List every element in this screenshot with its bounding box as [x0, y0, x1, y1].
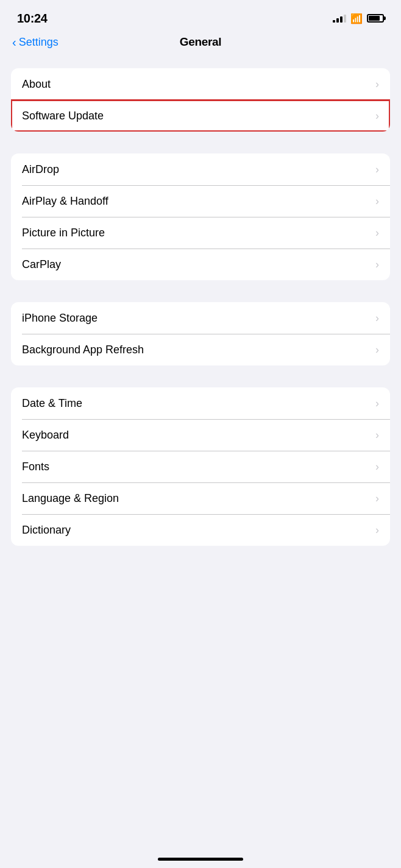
- settings-row-software-update[interactable]: Software Update ›: [11, 100, 390, 132]
- airplay-handoff-label: AirPlay & Handoff: [22, 195, 108, 208]
- settings-content: About › Software Update › AirDrop › AirP…: [0, 56, 401, 558]
- settings-group-2: AirDrop › AirPlay & Handoff › Picture in…: [11, 153, 390, 280]
- status-icons: 📶: [333, 13, 384, 24]
- keyboard-chevron-icon: ›: [375, 429, 379, 442]
- settings-row-carplay[interactable]: CarPlay ›: [11, 249, 390, 280]
- settings-row-background-app-refresh[interactable]: Background App Refresh ›: [11, 334, 390, 365]
- back-button[interactable]: ‹ Settings: [12, 36, 59, 49]
- nav-bar: ‹ Settings General: [0, 33, 401, 56]
- language-region-chevron-icon: ›: [375, 492, 379, 505]
- back-chevron-icon: ‹: [12, 36, 16, 48]
- settings-row-keyboard[interactable]: Keyboard ›: [11, 419, 390, 451]
- background-app-refresh-chevron-icon: ›: [375, 344, 379, 356]
- about-chevron-icon: ›: [375, 78, 379, 91]
- date-time-chevron-icon: ›: [375, 397, 379, 410]
- settings-group-1: About › Software Update ›: [11, 68, 390, 132]
- signal-icon: [333, 14, 346, 23]
- home-indicator: [158, 858, 243, 861]
- software-update-label: Software Update: [22, 110, 104, 122]
- fonts-chevron-icon: ›: [375, 460, 379, 473]
- carplay-label: CarPlay: [22, 258, 61, 271]
- keyboard-label: Keyboard: [22, 429, 69, 442]
- iphone-storage-label: iPhone Storage: [22, 312, 98, 325]
- wifi-icon: 📶: [350, 13, 363, 24]
- background-app-refresh-label: Background App Refresh: [22, 344, 144, 356]
- carplay-chevron-icon: ›: [375, 258, 379, 271]
- picture-in-picture-label: Picture in Picture: [22, 227, 105, 239]
- airdrop-label: AirDrop: [22, 163, 59, 176]
- settings-row-iphone-storage[interactable]: iPhone Storage ›: [11, 302, 390, 334]
- iphone-storage-chevron-icon: ›: [375, 312, 379, 325]
- language-region-label: Language & Region: [22, 492, 119, 505]
- settings-row-airplay-handoff[interactable]: AirPlay & Handoff ›: [11, 185, 390, 217]
- settings-row-language-region[interactable]: Language & Region ›: [11, 482, 390, 514]
- about-label: About: [22, 78, 51, 91]
- back-label: Settings: [19, 36, 59, 49]
- page-title: General: [180, 35, 222, 49]
- settings-row-dictionary[interactable]: Dictionary ›: [11, 514, 390, 546]
- settings-group-3: iPhone Storage › Background App Refresh …: [11, 302, 390, 365]
- settings-row-fonts[interactable]: Fonts ›: [11, 451, 390, 482]
- date-time-label: Date & Time: [22, 397, 82, 410]
- dictionary-chevron-icon: ›: [375, 524, 379, 537]
- dictionary-label: Dictionary: [22, 524, 71, 537]
- fonts-label: Fonts: [22, 460, 49, 473]
- settings-row-about[interactable]: About ›: [11, 68, 390, 100]
- airplay-handoff-chevron-icon: ›: [375, 195, 379, 208]
- status-bar: 10:24 📶: [0, 0, 401, 33]
- status-time: 10:24: [17, 12, 48, 26]
- settings-row-airdrop[interactable]: AirDrop ›: [11, 153, 390, 185]
- picture-in-picture-chevron-icon: ›: [375, 227, 379, 239]
- settings-row-date-time[interactable]: Date & Time ›: [11, 387, 390, 419]
- software-update-chevron-icon: ›: [375, 110, 379, 122]
- settings-row-picture-in-picture[interactable]: Picture in Picture ›: [11, 217, 390, 249]
- battery-icon: [367, 14, 384, 23]
- airdrop-chevron-icon: ›: [375, 163, 379, 176]
- settings-group-4: Date & Time › Keyboard › Fonts › Languag…: [11, 387, 390, 546]
